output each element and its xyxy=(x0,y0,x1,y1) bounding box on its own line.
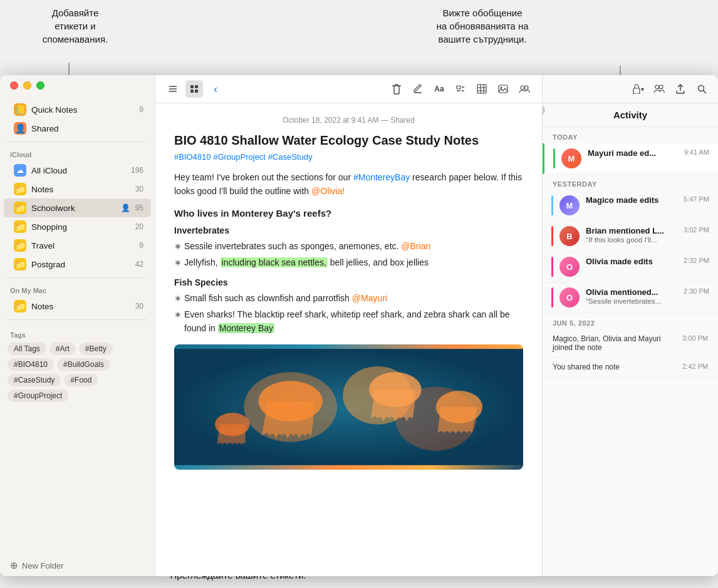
delete-button[interactable] xyxy=(388,80,405,98)
app-window: 📒 Quick Notes 9 👤 Shared iCloud ☁ All iC… xyxy=(0,75,718,576)
svg-rect-23 xyxy=(499,85,507,93)
svg-rect-6 xyxy=(190,85,194,88)
tags-header: Tags xyxy=(8,329,147,343)
svg-point-37 xyxy=(659,85,663,89)
all-icloud-label: All iCloud xyxy=(31,166,126,175)
mayuri-mention[interactable]: @Mayuri xyxy=(352,293,387,303)
manage-collab-button[interactable] xyxy=(650,80,668,98)
new-folder-button[interactable]: ⊕ New Folder xyxy=(0,555,155,576)
sidebar-item-notes-mac[interactable]: 📁 Notes 30 xyxy=(4,297,151,316)
tag-betty[interactable]: #Betty xyxy=(79,343,113,355)
list-view-button[interactable] xyxy=(164,80,182,98)
tag-food[interactable]: #Food xyxy=(64,374,98,386)
tag-bio4810[interactable]: #BIO4810 xyxy=(8,358,54,371)
brian-mention[interactable]: @Brian xyxy=(401,241,430,251)
sidebar-item-postgrad[interactable]: 📁 Postgrad 42 xyxy=(4,255,151,274)
tag-groupproject[interactable]: #GroupProject xyxy=(8,389,68,402)
sidebar-item-schoolwork[interactable]: 📁 Schoolwork 👤 95 xyxy=(4,199,151,217)
note-intro: Hey team! I've broken out the sections f… xyxy=(174,170,523,199)
maximize-button[interactable] xyxy=(36,81,44,90)
activity-shared-text: You shared the note xyxy=(553,363,677,371)
mayuri-content: Mayuri made ed... xyxy=(588,148,678,158)
svg-rect-9 xyxy=(195,90,198,93)
grid-view-button[interactable] xyxy=(185,80,203,98)
olivia2-sub: "Sessile invertebrates... xyxy=(586,297,677,305)
mac-header: On My Mac xyxy=(0,282,155,297)
format-button[interactable]: Aa xyxy=(430,80,448,98)
olivia2-avatar: O xyxy=(559,287,580,307)
export-button[interactable] xyxy=(672,80,689,98)
svg-point-38 xyxy=(698,85,704,91)
olivia1-content: Olivia made edits xyxy=(586,257,677,266)
tag-all-tags[interactable]: All Tags xyxy=(8,343,46,355)
notes-label: Notes xyxy=(31,185,130,194)
travel-count: 9 xyxy=(139,241,143,250)
media-button[interactable] xyxy=(494,80,512,98)
checklist-button[interactable] xyxy=(452,80,469,98)
schoolwork-label: Schoolwork xyxy=(31,204,113,213)
activity-item-olivia-mention[interactable]: O Olivia mentioned... "Sessile invertebr… xyxy=(543,282,718,313)
shopping-label: Shopping xyxy=(31,222,130,232)
minimize-button[interactable] xyxy=(23,81,31,90)
tag-buildgoals[interactable]: #BuildGoals xyxy=(57,358,110,371)
close-button[interactable] xyxy=(10,81,18,90)
note-content-area[interactable]: October 18, 2022 at 9:41 AM — Shared BIO… xyxy=(155,103,542,576)
compose-button[interactable] xyxy=(409,80,427,98)
shopping-count: 20 xyxy=(135,222,143,231)
travel-icon: 📁 xyxy=(14,239,26,252)
tags-grid: All Tags #Art #Betty #BIO4810 #BuildGoal… xyxy=(8,343,147,402)
editor-toolbar: ‹ Aa xyxy=(155,75,542,103)
notes-mac-icon: 📁 xyxy=(14,300,26,312)
activity-item-brian[interactable]: B Brian mentioned L... "If this looks go… xyxy=(543,221,718,252)
sidebar-item-quick-notes[interactable]: 📒 Quick Notes 9 xyxy=(4,100,151,119)
sidebar-item-all-icloud[interactable]: ☁ All iCloud 196 xyxy=(4,161,151,180)
magico-name: Magico made edits xyxy=(586,195,677,205)
monterey-bay-link[interactable]: #MontereyBay xyxy=(353,172,410,182)
date-label: JUN 5, 2022 xyxy=(543,313,718,329)
sidebar-item-shared[interactable]: 👤 Shared xyxy=(4,119,151,138)
schoolwork-shared-icon: 👤 xyxy=(121,204,130,212)
collab-button[interactable] xyxy=(516,80,533,98)
schoolwork-count: 95 xyxy=(135,204,143,212)
activity-join-time: 3:00 PM xyxy=(682,334,708,342)
activity-item-mayuri-today[interactable]: M Mayuri made ed... 9:41 AM xyxy=(543,143,718,174)
activity-item-olivia-edits[interactable]: O Olivia made edits 2:32 PM xyxy=(543,252,718,282)
svg-point-36 xyxy=(655,85,659,89)
svg-rect-35 xyxy=(633,88,640,94)
svg-point-26 xyxy=(524,86,528,90)
activity-toolbar: ▾ xyxy=(543,75,718,103)
olivia-mention[interactable]: @Olivia! xyxy=(311,186,345,196)
traffic-lights xyxy=(10,81,44,90)
lock-button[interactable]: ▾ xyxy=(629,80,647,98)
all-icloud-count: 196 xyxy=(131,166,143,175)
svg-point-25 xyxy=(521,86,524,90)
olivia1-time: 2:32 PM xyxy=(684,257,709,264)
notes-mac-label: Notes xyxy=(31,302,130,311)
notes-folder-icon: 📁 xyxy=(14,183,26,195)
invertebrates-list: Sessile invertebrates such as sponges, a… xyxy=(174,239,523,269)
icloud-header: iCloud xyxy=(0,146,155,161)
fish-item-2: Even sharks! The blacktip reef shark, wh… xyxy=(174,307,523,336)
activity-item-magico[interactable]: M Magico made edits 5:47 PM xyxy=(543,190,718,221)
sidebar-item-shopping[interactable]: 📁 Shopping 20 xyxy=(4,217,151,236)
olivia2-content: Olivia mentioned... "Sessile invertebrat… xyxy=(586,287,677,305)
note-title: BIO 4810 Shallow Water Ecology Case Stud… xyxy=(174,132,523,148)
activity-join-text: Magico, Brian, Olivia and Mayuri joined … xyxy=(553,334,677,352)
search-button[interactable] xyxy=(693,80,710,98)
table-button[interactable] xyxy=(473,80,491,98)
shared-icon: 👤 xyxy=(14,122,26,135)
note-body: Hey team! I've broken out the sections f… xyxy=(174,170,523,336)
tag-casestudy[interactable]: #CaseStudy xyxy=(8,374,61,386)
magico-content: Magico made edits xyxy=(586,195,677,205)
sidebar-item-notes[interactable]: 📁 Notes 30 xyxy=(4,180,151,199)
quick-notes-count: 9 xyxy=(139,105,143,114)
quick-notes-label: Quick Notes xyxy=(31,105,134,115)
svg-rect-14 xyxy=(457,86,460,89)
brian-name: Brian mentioned L... xyxy=(586,226,677,235)
inv-item-2: Jellyfish, including black sea nettles, … xyxy=(174,255,523,269)
tag-art[interactable]: #Art xyxy=(49,343,76,355)
back-button[interactable]: ‹ xyxy=(207,80,224,98)
sidebar-item-travel[interactable]: 📁 Travel 9 xyxy=(4,236,151,255)
mayuri-time: 9:41 AM xyxy=(684,148,709,156)
today-label: TODAY xyxy=(543,127,718,143)
